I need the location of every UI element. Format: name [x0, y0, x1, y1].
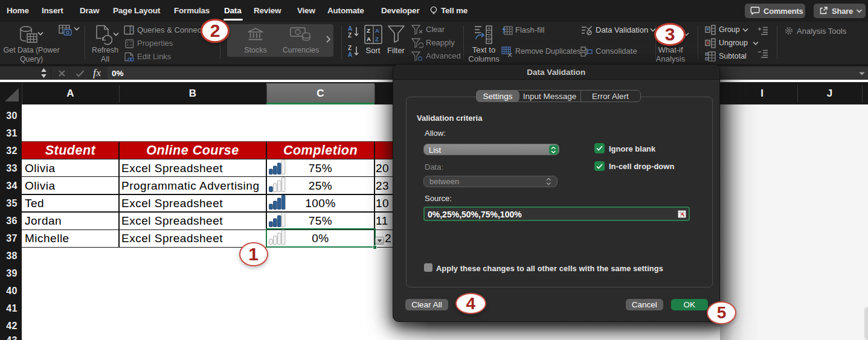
svg-text:Z: Z: [375, 36, 379, 42]
svg-text:A: A: [348, 51, 352, 58]
svg-text:A: A: [348, 25, 352, 32]
svg-text:A: A: [375, 27, 379, 34]
svg-text:A: A: [367, 36, 371, 42]
svg-text:Z: Z: [348, 45, 352, 51]
svg-text:Z: Z: [348, 32, 352, 39]
svg-text:Z: Z: [367, 27, 370, 34]
